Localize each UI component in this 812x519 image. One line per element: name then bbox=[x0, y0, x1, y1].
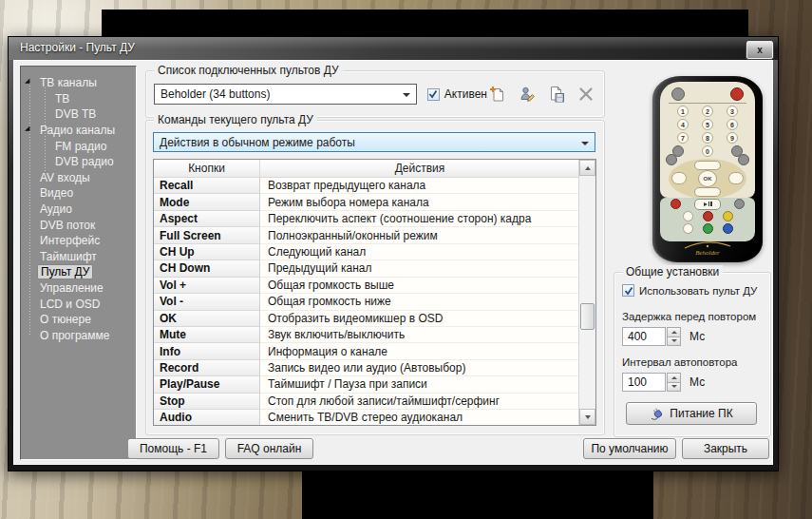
table-row[interactable]: AspectПереключить аспект (соотношение ст… bbox=[154, 211, 579, 227]
column-header-actions[interactable]: Действия bbox=[260, 160, 579, 177]
remote-ch-up-button bbox=[694, 161, 721, 170]
table-row[interactable]: Vol +Общая громкость выше bbox=[154, 278, 579, 294]
close-button-label: Закрыть bbox=[704, 442, 747, 455]
table-row[interactable]: RecallВозврат предыдущего канала bbox=[154, 178, 579, 194]
tree-item[interactable]: ТВ bbox=[21, 91, 136, 107]
table-row[interactable]: Play/PauseТаймшифт / Пауза при записи bbox=[154, 376, 579, 393]
pc-power-button[interactable]: Питание ПК bbox=[626, 402, 757, 425]
remote-ok-button: OK bbox=[698, 170, 717, 187]
scroll-up-button[interactable] bbox=[579, 160, 595, 176]
remote-digit: 1 bbox=[677, 106, 689, 117]
remote-digit: 2 bbox=[702, 106, 713, 117]
tree-expand-icon[interactable]: ◢ bbox=[25, 125, 29, 132]
interval-input[interactable] bbox=[622, 373, 666, 392]
interval-spin-down-button[interactable] bbox=[667, 383, 681, 393]
close-window-button[interactable]: x bbox=[746, 41, 773, 59]
tree-item[interactable]: О тюнере bbox=[21, 312, 136, 328]
table-row[interactable]: MuteЗвук включить/выключить bbox=[154, 327, 579, 343]
table-row[interactable]: ModeРежим выбора номера канала bbox=[154, 194, 579, 210]
remote-mute-button bbox=[670, 199, 681, 209]
button-cell: Play/Pause bbox=[154, 376, 260, 393]
delay-input[interactable] bbox=[622, 327, 666, 346]
delay-spin-up-button[interactable] bbox=[667, 327, 681, 337]
table-row[interactable]: RecordЗапись видео или аудио (Автовыбор) bbox=[154, 360, 579, 376]
defaults-button[interactable]: По умолчанию bbox=[583, 438, 676, 459]
black-bar-bottom bbox=[302, 470, 653, 519]
close-icon: x bbox=[757, 46, 763, 55]
new-remote-icon[interactable] bbox=[487, 84, 508, 105]
delay-spin-down-button[interactable] bbox=[667, 337, 681, 347]
tree-item[interactable]: Видео bbox=[21, 185, 136, 202]
remote-digit: 4 bbox=[677, 119, 689, 130]
action-cell: Общая громкость выше bbox=[260, 278, 579, 294]
dialog-client-area: ◢ТВ каналыТВDVB ТВ◢Радио каналыFM радиоD… bbox=[13, 60, 773, 465]
active-checkbox[interactable] bbox=[427, 88, 440, 101]
triangle-down-icon bbox=[671, 339, 677, 342]
remote-aspect-button bbox=[666, 154, 677, 165]
help-button-label: Помощь - F1 bbox=[140, 442, 207, 455]
use-remote-checkbox[interactable] bbox=[622, 284, 634, 297]
title-bar[interactable]: Настройки - Пульт ДУ x bbox=[9, 37, 778, 60]
remote-brand-area: Beholder bbox=[652, 241, 763, 260]
tree-item[interactable]: О программе bbox=[21, 328, 136, 344]
checkmark-icon bbox=[428, 89, 438, 99]
button-cell: CH Down bbox=[154, 260, 260, 277]
general-settings-group: Общие установки Использовать пульт ДУ За… bbox=[614, 272, 771, 437]
table-row[interactable]: CH DownПредыдущий канал bbox=[154, 260, 579, 277]
table-row[interactable]: Vol -Общая громкость ниже bbox=[154, 294, 579, 310]
scroll-down-button[interactable] bbox=[579, 409, 595, 425]
tree-item[interactable]: LCD и OSD bbox=[21, 296, 136, 312]
edit-remote-icon[interactable] bbox=[517, 84, 538, 105]
close-dialog-button[interactable]: Закрыть bbox=[682, 438, 769, 459]
save-remote-icon[interactable] bbox=[546, 84, 567, 105]
action-cell: Звук включить/выключить bbox=[260, 327, 579, 343]
table-row[interactable]: StopСтоп для любой записи/таймшифт/серфи… bbox=[154, 394, 579, 410]
tree-item[interactable]: DVB ТВ bbox=[21, 106, 136, 123]
action-cell: Полноэкранный/оконный режим bbox=[260, 227, 579, 243]
tree-item-label: FM радио bbox=[52, 140, 109, 153]
tree-item[interactable]: DVB поток bbox=[21, 217, 136, 233]
power-plug-icon bbox=[650, 407, 664, 421]
remote-digit: 5 bbox=[702, 119, 713, 130]
tree-item[interactable]: Интерфейс bbox=[21, 233, 136, 249]
delete-remote-icon[interactable] bbox=[576, 84, 596, 105]
command-mode-select[interactable]: Действия в обычном режиме работы bbox=[153, 132, 595, 152]
tree-item[interactable]: Аудио bbox=[21, 202, 136, 218]
table-row[interactable]: InfoИнформация о канале bbox=[154, 343, 579, 359]
settings-tree: ◢ТВ каналыТВDVB ТВ◢Радио каналыFM радиоD… bbox=[21, 67, 136, 459]
column-header-buttons[interactable]: Кнопки bbox=[154, 160, 260, 177]
vertical-scrollbar[interactable] bbox=[578, 160, 595, 425]
tree-item[interactable]: ◢ТВ каналы bbox=[21, 75, 136, 91]
checkmark-icon bbox=[624, 286, 633, 296]
tree-item[interactable]: Пульт ДУ bbox=[21, 264, 136, 280]
tree-item[interactable]: ◢Радио каналы bbox=[21, 123, 136, 139]
remote-nav-cluster: OK bbox=[669, 159, 746, 199]
command-mode-value: Действия в обычном режиме работы bbox=[160, 136, 355, 149]
tree-expand-icon[interactable]: ◢ bbox=[25, 77, 29, 85]
remote-yellow-button bbox=[723, 211, 733, 221]
tree-item[interactable]: DVB радио bbox=[21, 154, 136, 170]
help-button[interactable]: Помощь - F1 bbox=[127, 438, 219, 459]
remote-digit: 0 bbox=[702, 145, 713, 157]
interval-spin-up-button[interactable] bbox=[667, 373, 681, 383]
tree-item[interactable]: Таймшифт bbox=[21, 249, 136, 265]
table-row[interactable]: OKОтобразить видеомикшер в OSD bbox=[154, 311, 579, 327]
table-row[interactable]: CH UpСледующий канал bbox=[154, 244, 579, 260]
action-cell: Предыдущий канал bbox=[260, 260, 579, 277]
triangle-up-icon bbox=[671, 376, 677, 379]
tree-item-label: О тюнере bbox=[37, 313, 94, 326]
faq-online-button[interactable]: FAQ онлайн bbox=[225, 438, 313, 459]
action-cell: Таймшифт / Пауза при записи bbox=[260, 376, 579, 393]
tree-item[interactable]: FM радио bbox=[21, 138, 136, 154]
button-cell: Aspect bbox=[154, 211, 260, 227]
remote-select[interactable]: Beholder (34 buttons) bbox=[154, 84, 417, 105]
remote-select-value: Beholder (34 buttons) bbox=[161, 87, 270, 101]
scrollbar-thumb[interactable] bbox=[580, 303, 595, 330]
table-row[interactable]: Full ScreenПолноэкранный/оконный режим bbox=[154, 227, 579, 243]
table-row[interactable]: AudioСменить ТВ/DVB стерео аудиоканал bbox=[154, 410, 579, 426]
faq-button-label: FAQ онлайн bbox=[237, 442, 302, 455]
button-cell: OK bbox=[154, 311, 260, 327]
tree-item[interactable]: Управление bbox=[21, 280, 136, 297]
settings-nav-panel: ◢ТВ каналыТВDVB ТВ◢Радио каналыFM радиоD… bbox=[20, 66, 137, 460]
tree-item[interactable]: AV входы bbox=[21, 170, 136, 186]
